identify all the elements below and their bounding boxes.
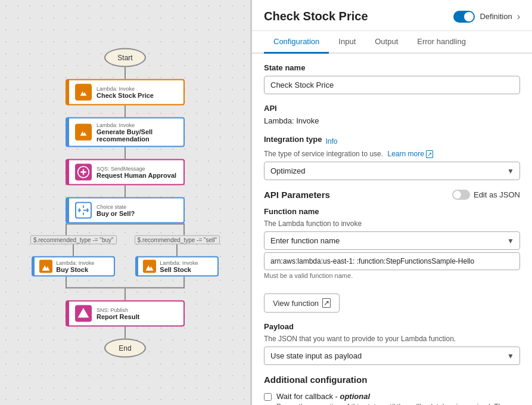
state-name-group: State name [264,63,520,94]
additional-config-title: Additional configuration [264,375,520,385]
choice-label: Choice state [97,203,135,209]
right-header: Check Stock Price Definition › [252,0,532,31]
view-function-button[interactable]: View function ↗ [264,293,340,313]
sns-label: SNS: Publish [97,307,139,313]
external-link-icon: ↗ [322,298,331,308]
payload-desc: The JSON that you want to provide to you… [264,335,520,343]
buy-stock-label: Lambda: Invoke [56,259,94,265]
wait-for-callback-checkbox[interactable] [264,393,272,401]
branch-area: $.recommended_type -= "buy" Lambda: Invo… [24,223,226,288]
lambda-icon [75,123,92,140]
info-link[interactable]: Info [326,137,338,146]
integration-type-label: Integration type [264,135,322,144]
connector [125,67,126,79]
sns-node[interactable]: SNS: Publish Report Result [66,300,185,326]
sell-condition: $.recommended_type -= "sell" [135,235,220,244]
lambda-icon [39,259,52,273]
start-node[interactable]: Start [104,48,146,67]
external-link-icon: ↗ [426,150,433,158]
api-value: Lambda: Invoke [264,116,520,125]
right-branch: $.recommended_type -= "sell" Lambda: Inv… [135,235,220,276]
sns-icon [75,305,92,321]
end-node[interactable]: End [104,338,146,357]
function-name-label: Function name [264,207,520,216]
api-label: API [264,104,520,113]
payload-group: Payload The JSON that you want to provid… [264,322,520,365]
arn-value: arn:aws:lambda:us-east-1: :function:Step… [264,252,520,270]
workflow-diagram: Start Lambda: Invoke Check Stock Price L… [24,48,226,357]
choice-node[interactable]: Choice state Buy or Sell? [66,197,185,223]
right-panel: Check Stock Price Definition › Configura… [252,0,532,405]
wait-for-callback-row: Wait for callback - optional Pause the e… [264,392,520,405]
page-title: Check Stock Price [264,10,368,23]
tab-configuration[interactable]: Configuration [264,31,329,54]
choice-title: Buy or Sell? [97,209,135,217]
sell-stock-title: Sell Stock [160,265,198,273]
state-name-input[interactable] [264,76,520,94]
edit-json-toggle: Edit as JSON [452,190,520,200]
wait-for-callback-label: Wait for callback - optional [276,392,370,401]
connector [125,105,126,117]
tab-error-handling[interactable]: Error handling [407,31,475,54]
choice-icon [75,202,92,218]
generate-label: Lambda: Invoke [97,122,178,128]
payload-label: Payload [264,322,520,331]
sell-stock-label: Lambda: Invoke [160,259,198,265]
integration-type-select[interactable]: Optimized [264,162,520,180]
connector [73,244,74,256]
definition-toggle[interactable] [453,11,475,23]
api-params-header: API Parameters Edit as JSON [264,190,520,200]
tab-output[interactable]: Output [365,31,407,54]
api-group: API Lambda: Invoke [264,104,520,125]
hint-text: Must be a valid function name. [264,272,520,279]
function-name-select-wrapper: Enter function name ▼ [264,231,520,250]
learn-more-link[interactable]: Learn more ↗ [387,150,433,158]
optional-text: optional [340,392,370,401]
buy-stock-node[interactable]: Lambda: Invoke Buy Stock [32,256,115,276]
sns-title: Report Result [97,313,139,320]
tabs-bar: Configuration Input Output Error handlin… [252,31,532,54]
check-stock-node[interactable]: Lambda: Invoke Check Stock Price [66,79,185,105]
workflow-panel: Start Lambda: Invoke Check Stock Price L… [0,0,250,405]
sqs-icon [75,163,92,180]
branch-row: $.recommended_type -= "buy" Lambda: Invo… [30,235,220,276]
buy-stock-title: Buy Stock [56,265,94,273]
tab-input[interactable]: Input [329,31,365,54]
edit-json-label: Edit as JSON [474,190,520,199]
sqs-node[interactable]: SQS: SendMessage Request Human Approval [66,159,185,185]
function-name-select[interactable]: Enter function name [264,231,520,250]
connector [125,147,126,159]
state-name-label: State name [264,63,520,72]
definition-label: Definition [480,12,512,21]
content-area: State name API Lambda: Invoke Integratio… [252,54,532,405]
check-stock-title: Check Stock Price [97,91,154,98]
additional-config: Additional configuration Wait for callba… [264,375,520,405]
check-stock-label: Lambda: Invoke [97,85,154,91]
payload-select[interactable]: Use state input as payload [264,347,520,365]
chevron-right-icon[interactable]: › [517,11,520,22]
edit-json-switch[interactable] [452,190,470,200]
function-name-desc: The Lambda function to invoke [264,219,520,228]
wait-for-callback-desc: Pause the execution of this state until … [276,403,520,405]
connector [125,288,126,300]
integration-type-desc: The type of service integration to use. … [264,150,520,158]
connector [176,244,178,256]
left-branch: $.recommended_type -= "buy" Lambda: Invo… [30,235,117,276]
api-params-title: API Parameters [264,190,330,200]
sqs-label: SQS: SendMessage [97,165,176,171]
header-controls: Definition › [453,11,520,23]
connector [125,326,126,338]
integration-type-group: Integration type Info The type of servic… [264,135,520,180]
payload-select-wrapper: Use state input as payload ▼ [264,347,520,365]
sqs-title: Request Human Approval [97,171,176,178]
lambda-icon [143,259,156,273]
generate-node[interactable]: Lambda: Invoke Generate Buy/Sell recomme… [66,117,185,147]
generate-title: Generate Buy/Sell recommendation [97,128,178,142]
connector [125,185,126,197]
lambda-icon [75,84,92,100]
function-name-group: Function name The Lambda function to inv… [264,207,520,279]
integration-type-select-wrapper: Optimized ▼ [264,162,520,180]
buy-condition: $.recommended_type -= "buy" [30,235,117,244]
sell-stock-node[interactable]: Lambda: Invoke Sell Stock [135,256,219,276]
